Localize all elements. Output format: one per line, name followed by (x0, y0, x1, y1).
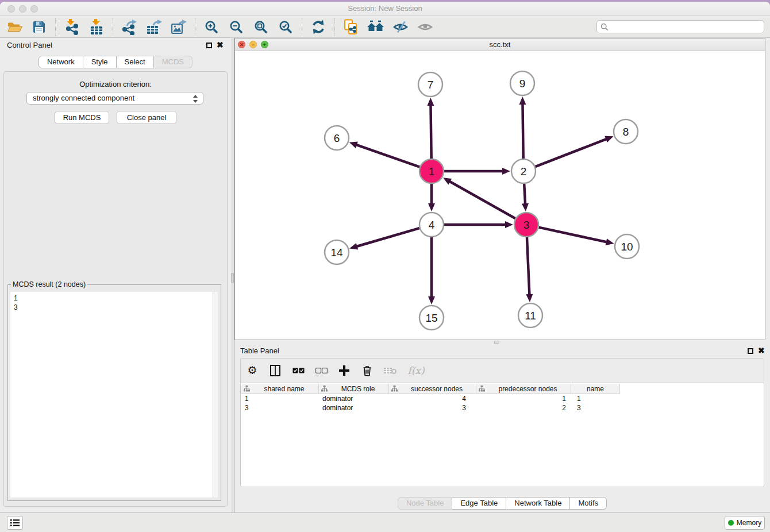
toolbar-separator (55, 18, 56, 36)
zoom-in-icon[interactable] (203, 18, 220, 36)
tab-style[interactable]: Style (83, 56, 117, 68)
node-table: shared name MCDS role successor nodes pr… (241, 384, 620, 413)
table-row[interactable]: 1 dominator 4 1 1 (241, 394, 620, 403)
tab-select[interactable]: Select (117, 56, 154, 68)
export-network-icon[interactable] (121, 18, 138, 36)
column-header-predecessor-nodes[interactable]: predecessor nodes (476, 384, 571, 394)
memory-button[interactable]: Memory (725, 516, 765, 530)
run-mcds-button[interactable]: Run MCDS (55, 111, 109, 124)
delete-column-icon[interactable] (360, 364, 374, 377)
cell-name[interactable]: 1 (571, 394, 620, 403)
tab-edge-table[interactable]: Edge Table (452, 497, 506, 510)
cell-shared-name[interactable]: 1 (241, 394, 319, 403)
control-panel-close-icon[interactable]: ✖ (217, 41, 224, 49)
close-panel-button[interactable]: Close panel (117, 111, 176, 124)
export-table-icon[interactable] (145, 18, 163, 36)
list-icon (10, 519, 20, 527)
toolbar-separator (334, 18, 335, 36)
search-box[interactable] (596, 20, 764, 33)
graph-node-label: 15 (425, 312, 437, 324)
graph-edge-3-10[interactable] (538, 228, 607, 242)
deselect-all-checkboxes-icon[interactable] (314, 364, 328, 377)
show-column-icon[interactable] (268, 364, 282, 377)
graph-edge-arrowhead (605, 136, 613, 142)
column-header-name[interactable]: name (571, 384, 620, 394)
import-table-icon[interactable] (88, 18, 105, 36)
graph-edge-arrowhead (427, 98, 434, 106)
table-panel-close-icon[interactable]: ✖ (758, 346, 765, 354)
clone-network-icon[interactable] (342, 18, 360, 36)
cell-predecessor-nodes[interactable]: 1 (476, 394, 571, 403)
select-all-checkboxes-icon[interactable] (291, 364, 305, 377)
cell-successor-nodes[interactable]: 3 (389, 403, 476, 413)
control-panel-title: Control Panel (7, 41, 52, 49)
add-column-icon[interactable] (337, 364, 351, 377)
control-panel-tabs: Network Style Select MCDS (0, 56, 231, 68)
tab-node-table[interactable]: Node Table (398, 497, 453, 510)
mcds-result-group: MCDS result (2 nodes) 13 (7, 284, 221, 501)
tab-motifs[interactable]: Motifs (570, 497, 607, 510)
table-options-icon[interactable]: ⚙ (245, 364, 259, 377)
network-window-titlebar[interactable]: ✕ − + scc.txt (235, 38, 765, 51)
show-graphics-details-icon[interactable] (417, 18, 434, 36)
table-panel-inner: ⚙ (240, 358, 764, 487)
network-canvas[interactable]: 1234678910111415 (235, 51, 765, 340)
optimization-criterion-select[interactable]: strongly connected component (26, 92, 203, 105)
optimization-criterion-label: Optimization criterion: (4, 80, 227, 88)
graph-edge-3-1[interactable] (449, 181, 515, 218)
function-builder-icon[interactable]: f(x) (406, 364, 426, 377)
network-window-title: scc.txt (235, 40, 765, 49)
export-image-icon[interactable] (170, 18, 187, 36)
hide-selected-icon[interactable] (392, 18, 409, 36)
delete-table-icon[interactable] (383, 364, 397, 377)
cell-mcds-role[interactable]: dominator (319, 394, 389, 403)
task-history-button[interactable] (7, 516, 23, 530)
horizontal-splitter[interactable] (234, 340, 770, 344)
import-network-icon[interactable] (63, 18, 80, 36)
search-icon (600, 23, 609, 31)
search-input[interactable] (609, 23, 760, 31)
graph-edge-1-7[interactable] (430, 105, 431, 159)
save-session-icon[interactable] (30, 18, 48, 36)
show-all-icon[interactable] (367, 18, 384, 36)
cell-shared-name[interactable]: 3 (241, 403, 319, 413)
titlebar: Session: New Session (0, 2, 770, 16)
graph-edge-2-8[interactable] (536, 139, 607, 167)
tab-network-table[interactable]: Network Table (506, 497, 570, 510)
graph-edge-arrowhead (349, 142, 358, 148)
splitter-grip[interactable] (231, 273, 234, 283)
zoom-selected-icon[interactable] (277, 18, 294, 36)
splitter-grip[interactable] (494, 341, 499, 344)
zoom-fit-icon[interactable] (252, 18, 270, 36)
mcds-result-text[interactable]: 13 (10, 292, 218, 498)
mcds-result-scrollbar[interactable] (213, 292, 218, 498)
cell-predecessor-nodes[interactable]: 2 (476, 403, 571, 413)
column-header-shared-name[interactable]: shared name (241, 384, 319, 394)
tab-mcds[interactable]: MCDS (154, 56, 192, 68)
graph-edge-4-14[interactable] (356, 228, 419, 246)
cell-name[interactable]: 3 (571, 403, 620, 413)
zoom-out-icon[interactable] (228, 18, 245, 36)
tab-network[interactable]: Network (38, 56, 83, 68)
graph-edge-3-11[interactable] (527, 237, 529, 295)
open-session-icon[interactable] (6, 18, 23, 36)
cell-successor-nodes[interactable]: 4 (389, 394, 476, 403)
cell-mcds-role[interactable]: dominator (319, 403, 389, 413)
graph-edge-2-9[interactable] (522, 103, 523, 159)
column-header-mcds-role[interactable]: MCDS role (319, 384, 389, 394)
graph-node-label: 3 (523, 219, 530, 231)
optimization-criterion-value: strongly connected component (33, 94, 134, 102)
main-toolbar (0, 16, 770, 38)
graph-edge-2-3[interactable] (524, 184, 525, 205)
apply-layout-icon[interactable] (310, 18, 327, 36)
hierarchy-icon (321, 385, 328, 392)
table-row[interactable]: 3 dominator 3 2 3 (241, 403, 620, 413)
graph-node-label: 2 (521, 165, 527, 178)
graph-edge-arrowhead (606, 238, 614, 245)
window-title: Session: New Session (0, 4, 770, 13)
table-panel-tabs: Node Table Edge Table Network Table Moti… (234, 497, 770, 510)
table-panel-float-icon[interactable] (748, 348, 753, 354)
control-panel-float-icon[interactable] (206, 43, 212, 48)
graph-edge-1-6[interactable] (356, 145, 419, 167)
column-header-successor-nodes[interactable]: successor nodes (389, 384, 476, 394)
